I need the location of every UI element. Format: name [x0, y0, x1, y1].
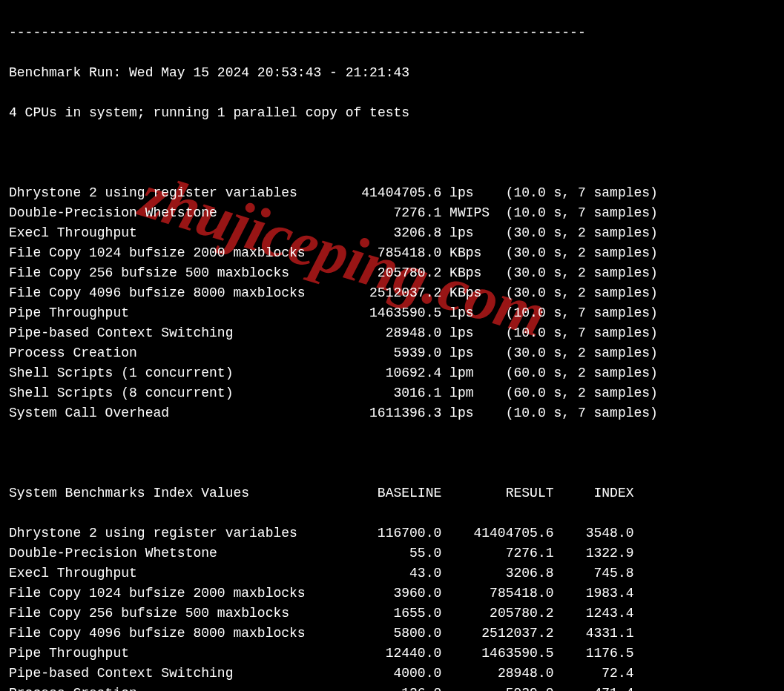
test-value: 10692.4 — [346, 363, 442, 383]
index-index: 1243.4 — [554, 604, 634, 624]
test-row: Shell Scripts (8 concurrent)3016.1lpm(60… — [9, 383, 775, 403]
test-unit: lps — [441, 403, 505, 423]
test-unit: lps — [441, 343, 505, 363]
index-baseline: 4000.0 — [346, 664, 442, 684]
index-row: Dhrystone 2 using register variables1167… — [9, 523, 775, 543]
index-row: File Copy 256 bufsize 500 maxblocks1655.… — [9, 604, 775, 624]
index-baseline: 1655.0 — [346, 604, 442, 624]
test-value: 1611396.3 — [346, 403, 442, 423]
index-result: 785418.0 — [441, 583, 553, 604]
index-name: Process Creation — [9, 684, 346, 691]
test-row: Pipe Throughput1463590.5lps(10.0 s, 7 sa… — [9, 303, 775, 323]
test-name: Dhrystone 2 using register variables — [9, 183, 346, 203]
test-row: Shell Scripts (1 concurrent)10692.4lpm(6… — [9, 363, 775, 383]
test-row: Process Creation5939.0lps(30.0 s, 2 samp… — [9, 343, 775, 363]
test-name: System Call Overhead — [9, 403, 346, 423]
index-index: 1983.4 — [554, 583, 634, 604]
test-detail: (10.0 s, 7 samples) — [506, 323, 682, 343]
test-value: 7276.1 — [346, 203, 442, 223]
index-name: Dhrystone 2 using register variables — [9, 523, 346, 543]
index-name: Pipe Throughput — [9, 644, 346, 664]
index-index: 745.8 — [554, 563, 634, 583]
index-baseline: 43.0 — [346, 563, 442, 583]
index-header-index: INDEX — [554, 483, 634, 503]
test-detail: (10.0 s, 7 samples) — [506, 403, 682, 423]
terminal-output: ----------------------------------------… — [0, 0, 784, 691]
test-unit: lpm — [441, 383, 505, 403]
test-row: Dhrystone 2 using register variables4140… — [9, 183, 775, 203]
test-detail: (30.0 s, 2 samples) — [506, 223, 682, 243]
test-detail: (60.0 s, 2 samples) — [506, 363, 682, 383]
index-row: File Copy 4096 bufsize 8000 maxblocks580… — [9, 624, 775, 644]
test-row: File Copy 4096 bufsize 8000 maxblocks251… — [9, 283, 775, 303]
test-row: Pipe-based Context Switching28948.0lps(1… — [9, 323, 775, 343]
index-baseline: 5800.0 — [346, 624, 442, 644]
test-row: File Copy 1024 bufsize 2000 maxblocks785… — [9, 243, 775, 263]
run-header-line2: 4 CPUs in system; running 1 parallel cop… — [9, 103, 775, 123]
index-baseline: 3960.0 — [346, 583, 442, 604]
index-row: Pipe Throughput12440.01463590.51176.5 — [9, 644, 775, 664]
test-detail: (30.0 s, 2 samples) — [506, 283, 682, 303]
index-header-result: RESULT — [441, 483, 553, 503]
test-name: Shell Scripts (1 concurrent) — [9, 363, 346, 383]
index-result: 41404705.6 — [441, 523, 553, 543]
test-unit: KBps — [441, 263, 505, 283]
test-detail: (30.0 s, 2 samples) — [506, 343, 682, 363]
index-baseline: 55.0 — [346, 543, 442, 563]
index-index: 3548.0 — [554, 523, 634, 543]
index-result: 3206.8 — [441, 563, 553, 583]
test-value: 5939.0 — [346, 343, 442, 363]
test-unit: KBps — [441, 283, 505, 303]
test-value: 2512037.2 — [346, 283, 442, 303]
index-result: 7276.1 — [441, 543, 553, 563]
run-header-line1: Benchmark Run: Wed May 15 2024 20:53:43 … — [9, 63, 775, 83]
test-name: Execl Throughput — [9, 223, 346, 243]
index-name: File Copy 4096 bufsize 8000 maxblocks — [9, 624, 346, 644]
index-name: File Copy 256 bufsize 500 maxblocks — [9, 604, 346, 624]
index-baseline: 126.0 — [346, 684, 442, 691]
index-index: 1176.5 — [554, 644, 634, 664]
index-name: Execl Throughput — [9, 563, 346, 583]
test-unit: lps — [441, 223, 505, 243]
test-value: 3206.8 — [346, 223, 442, 243]
test-detail: (60.0 s, 2 samples) — [506, 383, 682, 403]
index-baseline: 116700.0 — [346, 523, 442, 543]
test-name: Pipe-based Context Switching — [9, 323, 346, 343]
index-header-row: System Benchmarks Index Values BASELINE … — [9, 483, 775, 503]
test-detail: (10.0 s, 7 samples) — [506, 303, 682, 323]
test-value: 41404705.6 — [346, 183, 442, 203]
test-row: System Call Overhead1611396.3lps(10.0 s,… — [9, 403, 775, 423]
test-name: Double-Precision Whetstone — [9, 203, 346, 223]
index-name: Pipe-based Context Switching — [9, 664, 346, 684]
test-name: Shell Scripts (8 concurrent) — [9, 383, 346, 403]
test-row: Double-Precision Whetstone7276.1MWIPS(10… — [9, 203, 775, 223]
test-unit: lps — [441, 183, 505, 203]
index-result: 205780.2 — [441, 604, 553, 624]
test-name: File Copy 1024 bufsize 2000 maxblocks — [9, 243, 346, 263]
index-name: File Copy 1024 bufsize 2000 maxblocks — [9, 583, 346, 604]
test-detail: (30.0 s, 2 samples) — [506, 263, 682, 283]
test-detail: (10.0 s, 7 samples) — [506, 203, 682, 223]
blank-line — [9, 443, 775, 463]
blank-line — [9, 143, 775, 163]
test-name: Process Creation — [9, 343, 346, 363]
index-name: Double-Precision Whetstone — [9, 543, 346, 563]
index-index: 4331.1 — [554, 624, 634, 644]
test-value: 1463590.5 — [346, 303, 442, 323]
index-result: 1463590.5 — [441, 644, 553, 664]
test-unit: lps — [441, 303, 505, 323]
test-unit: lpm — [441, 363, 505, 383]
test-unit: lps — [441, 323, 505, 343]
index-header-name: System Benchmarks Index Values — [9, 483, 346, 503]
index-index: 471.4 — [554, 684, 634, 691]
index-index: 72.4 — [554, 664, 634, 684]
test-row: File Copy 256 bufsize 500 maxblocks20578… — [9, 263, 775, 283]
test-value: 28948.0 — [346, 323, 442, 343]
test-unit: KBps — [441, 243, 505, 263]
test-value: 205780.2 — [346, 263, 442, 283]
test-name: Pipe Throughput — [9, 303, 346, 323]
index-row: Pipe-based Context Switching4000.028948.… — [9, 664, 775, 684]
index-index: 1322.9 — [554, 543, 634, 563]
test-value: 785418.0 — [346, 243, 442, 263]
index-result: 28948.0 — [441, 664, 553, 684]
